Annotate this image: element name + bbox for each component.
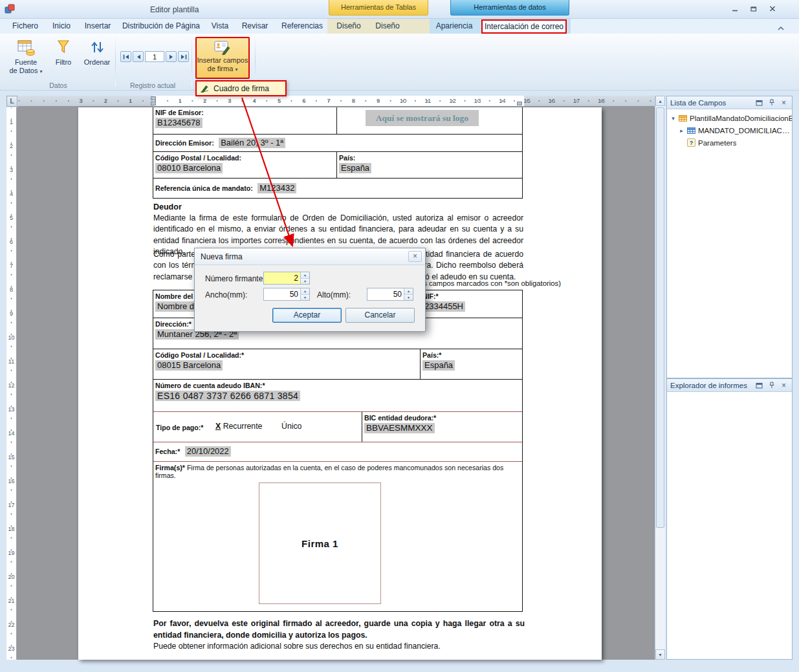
tab-insertar[interactable]: Insertar bbox=[80, 19, 115, 33]
spin-down-icon[interactable]: ▾ bbox=[301, 294, 309, 301]
tree-item-parameters[interactable]: ? Parameters bbox=[667, 136, 792, 149]
filtro-button[interactable]: Filtro bbox=[49, 36, 78, 67]
ordenar-button[interactable]: Ordenar bbox=[80, 36, 114, 67]
application-window: Editor plantilla Herramientas de Tablas … bbox=[0, 0, 799, 672]
cp-emisor-label: Código Postal / Localidad: bbox=[153, 152, 336, 162]
pin-icon[interactable] bbox=[767, 381, 776, 390]
group-separator bbox=[255, 36, 256, 87]
tree-collapsed-icon[interactable]: ▸ bbox=[679, 127, 684, 134]
scroll-up-icon[interactable]: ▲ bbox=[655, 96, 665, 106]
document-page[interactable]: NIF de Emisor: B12345678 Aquí se mostrar… bbox=[78, 107, 602, 660]
close-panel-icon[interactable]: × bbox=[779, 98, 789, 107]
ancho-spinner: ▴ ▾ bbox=[263, 288, 310, 301]
insertar-campos-de-firma-button[interactable]: Insertar campos de firma ▾ bbox=[195, 37, 250, 79]
close-icon[interactable] bbox=[765, 3, 780, 14]
group-separator bbox=[115, 36, 116, 87]
scrollbar-thumb[interactable] bbox=[656, 107, 664, 528]
scroll-down-icon[interactable]: ▼ bbox=[655, 649, 665, 660]
logo-placeholder[interactable]: Aquí se mostrará su logo bbox=[366, 110, 479, 126]
tab-intercalacion-de-correo[interactable]: Intercalación de correo bbox=[481, 19, 567, 34]
tab-apariencia[interactable]: Apariencia bbox=[433, 19, 475, 33]
tab-fichero[interactable]: Fichero bbox=[10, 19, 40, 33]
field-list-panel: Lista de Campos × ▾ PlantillaMandatoDomi… bbox=[666, 96, 793, 378]
footer-instructions: Por favor, devuelva este original firmad… bbox=[153, 618, 525, 641]
indent-marker-top[interactable] bbox=[151, 96, 156, 100]
tab-inicio[interactable]: Inicio bbox=[48, 19, 75, 33]
tab-diseno-2[interactable]: Diseño bbox=[371, 19, 404, 33]
minimize-icon[interactable] bbox=[728, 3, 742, 14]
cp-emisor-field[interactable]: 08010 Barcelona bbox=[155, 163, 223, 173]
vertical-ruler: 1234567891011121314151617181920212223 bbox=[6, 107, 17, 660]
ancho-label: Ancho(mm): bbox=[205, 290, 247, 299]
restore-icon[interactable] bbox=[747, 3, 761, 14]
signature-box[interactable]: Firma 1 bbox=[259, 482, 381, 604]
field-list-tree: ▾ PlantillaMandatoDomiciliacionEL ▸ bbox=[667, 109, 792, 149]
report-explorer-panel: Explorador de informes × bbox=[666, 378, 793, 660]
menu-item-cuadro-de-firma[interactable]: Cuadro de firma bbox=[197, 81, 285, 95]
dialog-titlebar[interactable]: Nueva firma × bbox=[195, 248, 425, 265]
spin-up-icon[interactable]: ▴ bbox=[301, 288, 309, 294]
nif-deudor-field[interactable]: 2334455H bbox=[422, 301, 465, 312]
tipo-pago-unico-option[interactable]: Único bbox=[281, 422, 301, 431]
collapse-ribbon-icon[interactable] bbox=[777, 22, 785, 34]
alto-input[interactable] bbox=[367, 288, 404, 300]
float-panel-icon[interactable] bbox=[754, 381, 764, 390]
fuente-de-datos-button[interactable]: Fuente de Datos ▾ bbox=[6, 36, 45, 76]
dropdown-arrow-icon: ▾ bbox=[40, 69, 43, 74]
tab-diseno-tablas[interactable]: Diseño bbox=[333, 19, 365, 33]
tab-revisar[interactable]: Revisar bbox=[238, 19, 272, 33]
bic-field[interactable]: BBVAESMMXXX bbox=[364, 423, 435, 433]
titlebar: Editor plantilla Herramientas de Tablas … bbox=[0, 0, 799, 19]
tree-item-template-root[interactable]: ▾ PlantillaMandatoDomiciliacionEL bbox=[667, 112, 792, 124]
data-source-icon bbox=[16, 38, 36, 56]
nif-emisor-field[interactable]: B12345678 bbox=[155, 118, 202, 128]
nif-emisor-label: NIF de Emisor: bbox=[153, 107, 336, 116]
previous-record-icon[interactable] bbox=[133, 51, 144, 62]
pais-deudor-label: País:* bbox=[421, 349, 522, 359]
tab-vista[interactable]: Vista bbox=[207, 19, 233, 33]
indent-marker-bottom[interactable] bbox=[151, 102, 156, 105]
cp-deudor-field[interactable]: 08015 Barcelona bbox=[155, 360, 223, 371]
referencia-mandato-field[interactable]: M123432 bbox=[257, 183, 296, 193]
spin-up-icon[interactable]: ▴ bbox=[404, 288, 413, 294]
group-label-registro-actual: Registro actual bbox=[118, 81, 188, 89]
numero-firmante-label: Número firmante: bbox=[205, 274, 265, 283]
spin-down-icon[interactable]: ▾ bbox=[301, 278, 309, 285]
direccion-emisor-field[interactable]: Bailén 20; 3º - 1ª bbox=[219, 138, 285, 148]
spin-down-icon[interactable]: ▾ bbox=[404, 294, 413, 301]
document-scrollbar[interactable]: ▲ ▼ bbox=[655, 96, 665, 660]
tree-item-mandato-table[interactable]: ▸ MANDATO_DOMICILIAC… bbox=[667, 124, 792, 136]
next-record-icon[interactable] bbox=[166, 51, 177, 62]
deudor-table: Nombre del deudor:* Nombre deudor NIF:* … bbox=[153, 290, 523, 612]
ancho-input[interactable] bbox=[264, 288, 300, 300]
record-number-input[interactable] bbox=[145, 51, 164, 62]
nueva-firma-dialog: Nueva firma × Número firmante: ▴ ▾ Ancho… bbox=[194, 248, 426, 332]
field-list-header: Lista de Campos × bbox=[667, 96, 792, 109]
dialog-close-icon[interactable]: × bbox=[408, 251, 422, 262]
float-panel-icon[interactable] bbox=[754, 98, 764, 107]
aceptar-button[interactable]: Aceptar bbox=[272, 308, 342, 323]
pais-deudor-field[interactable]: España bbox=[422, 360, 455, 371]
tipo-pago-recurrente-option[interactable]: X Recurrente bbox=[215, 422, 262, 431]
tab-stop-selector[interactable]: L bbox=[6, 96, 17, 107]
iban-field[interactable]: ES16 0487 3737 6266 6871 3854 bbox=[155, 391, 300, 401]
pais-emisor-field[interactable]: España bbox=[339, 163, 371, 173]
bic-label: BIC entidad deudora:* bbox=[362, 412, 522, 422]
cancelar-button[interactable]: Cancelar bbox=[345, 308, 415, 323]
right-indent-marker[interactable] bbox=[517, 102, 522, 105]
report-explorer-header: Explorador de informes × bbox=[667, 379, 792, 392]
tab-distribucion-de-pagina[interactable]: Distribución de Página bbox=[120, 19, 202, 33]
close-panel-icon[interactable]: × bbox=[779, 381, 789, 390]
pin-icon[interactable] bbox=[767, 98, 776, 107]
tab-referencias[interactable]: Referencias bbox=[279, 19, 325, 33]
spin-up-icon[interactable]: ▴ bbox=[301, 272, 309, 278]
tree-expanded-icon[interactable]: ▾ bbox=[670, 115, 676, 122]
cp-deudor-label: Código Postal / Localidad:* bbox=[153, 349, 420, 359]
fecha-field[interactable]: 20/10/2022 bbox=[185, 446, 231, 457]
numero-firmante-input[interactable] bbox=[264, 272, 300, 284]
first-record-icon[interactable] bbox=[120, 51, 131, 62]
report-explorer-title: Explorador de informes bbox=[670, 382, 752, 389]
last-record-icon[interactable] bbox=[178, 51, 189, 62]
referencia-mandato-label: Referencia única de mandato: bbox=[155, 184, 253, 192]
table-node-icon bbox=[687, 127, 695, 135]
